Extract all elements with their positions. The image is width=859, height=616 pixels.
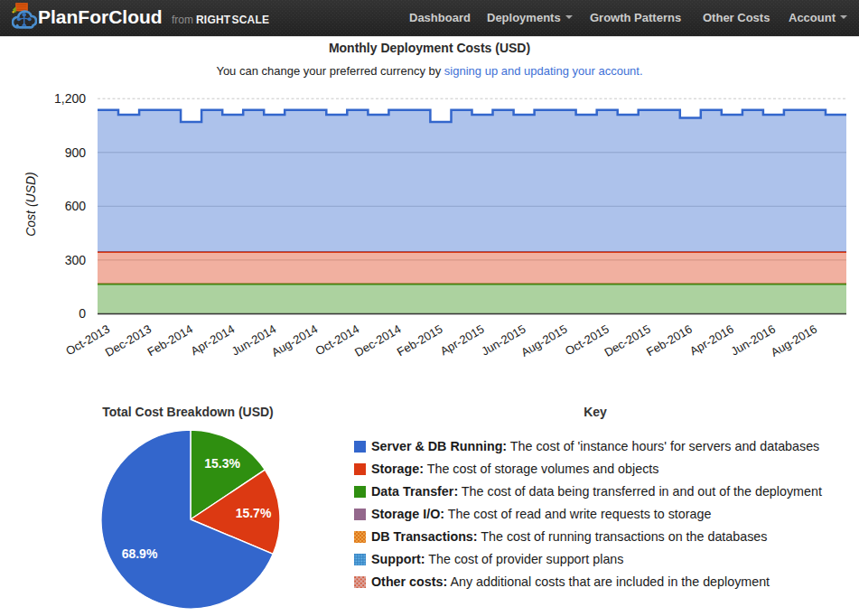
svg-text:Aug-2016: Aug-2016 bbox=[769, 322, 819, 359]
svg-text:900: 900 bbox=[65, 145, 87, 160]
svg-text:Dec-2013: Dec-2013 bbox=[103, 322, 154, 359]
svg-text:Apr-2015: Apr-2015 bbox=[438, 322, 487, 359]
svg-text:Cost (USD): Cost (USD) bbox=[23, 172, 38, 237]
svg-text:Dec-2015: Dec-2015 bbox=[602, 322, 652, 359]
svg-text:15.7%: 15.7% bbox=[236, 506, 272, 520]
svg-text:Aug-2015: Aug-2015 bbox=[518, 322, 569, 359]
svg-text:Jun-2015: Jun-2015 bbox=[479, 322, 528, 359]
svg-text:600: 600 bbox=[65, 199, 87, 213]
svg-text:1,200: 1,200 bbox=[54, 91, 86, 106]
svg-text:Feb-2014: Feb-2014 bbox=[145, 322, 195, 359]
svg-text:0: 0 bbox=[79, 306, 86, 321]
svg-text:Aug-2014: Aug-2014 bbox=[269, 322, 320, 359]
svg-text:Feb-2015: Feb-2015 bbox=[395, 322, 445, 359]
svg-text:Feb-2016: Feb-2016 bbox=[644, 322, 695, 359]
svg-text:Apr-2014: Apr-2014 bbox=[188, 322, 237, 359]
svg-text:Dec-2014: Dec-2014 bbox=[352, 322, 403, 359]
svg-text:300: 300 bbox=[65, 253, 87, 267]
svg-text:Jun-2016: Jun-2016 bbox=[728, 322, 777, 359]
svg-text:68.9%: 68.9% bbox=[122, 546, 158, 561]
svg-text:Apr-2016: Apr-2016 bbox=[687, 322, 736, 359]
svg-text:Jun-2014: Jun-2014 bbox=[229, 322, 278, 359]
svg-text:15.3%: 15.3% bbox=[204, 456, 240, 471]
